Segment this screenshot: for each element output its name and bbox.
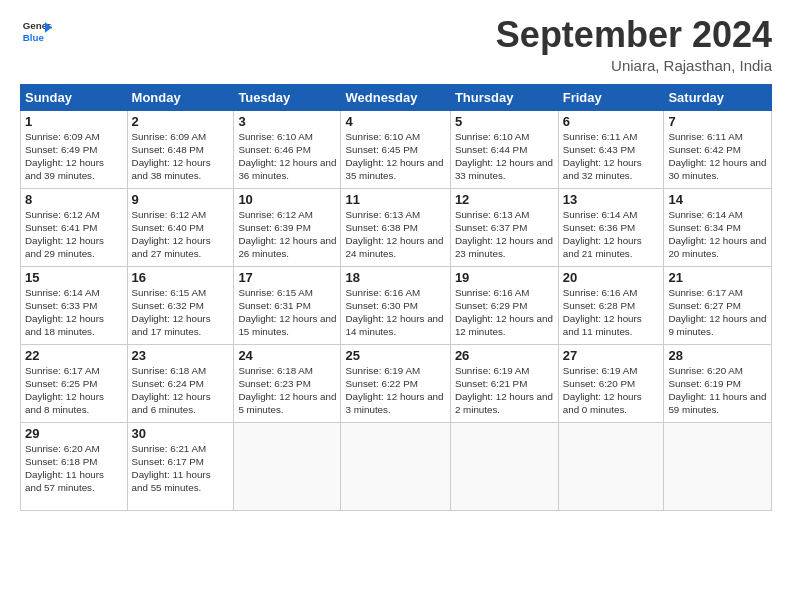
calendar-cell: 12 Sunrise: 6:13 AM Sunset: 6:37 PM Dayl… [450,188,558,266]
day-number: 10 [238,192,336,207]
calendar-cell: 1 Sunrise: 6:09 AM Sunset: 6:49 PM Dayli… [21,110,128,188]
day-info: Sunrise: 6:18 AM Sunset: 6:24 PM Dayligh… [132,364,230,417]
calendar-cell: 3 Sunrise: 6:10 AM Sunset: 6:46 PM Dayli… [234,110,341,188]
calendar-cell [664,422,772,510]
day-number: 9 [132,192,230,207]
calendar-cell: 24 Sunrise: 6:18 AM Sunset: 6:23 PM Dayl… [234,344,341,422]
day-number: 6 [563,114,660,129]
calendar-cell: 8 Sunrise: 6:12 AM Sunset: 6:41 PM Dayli… [21,188,128,266]
day-info: Sunrise: 6:19 AM Sunset: 6:21 PM Dayligh… [455,364,554,417]
day-info: Sunrise: 6:15 AM Sunset: 6:31 PM Dayligh… [238,286,336,339]
calendar-cell: 29 Sunrise: 6:20 AM Sunset: 6:18 PM Dayl… [21,422,128,510]
day-number: 24 [238,348,336,363]
calendar-cell: 25 Sunrise: 6:19 AM Sunset: 6:22 PM Dayl… [341,344,450,422]
calendar-cell: 10 Sunrise: 6:12 AM Sunset: 6:39 PM Dayl… [234,188,341,266]
calendar-cell: 28 Sunrise: 6:20 AM Sunset: 6:19 PM Dayl… [664,344,772,422]
day-info: Sunrise: 6:09 AM Sunset: 6:49 PM Dayligh… [25,130,123,183]
day-info: Sunrise: 6:15 AM Sunset: 6:32 PM Dayligh… [132,286,230,339]
calendar-cell: 20 Sunrise: 6:16 AM Sunset: 6:28 PM Dayl… [558,266,664,344]
day-info: Sunrise: 6:12 AM Sunset: 6:40 PM Dayligh… [132,208,230,261]
calendar-cell [558,422,664,510]
col-header-wednesday: Wednesday [341,84,450,110]
day-number: 15 [25,270,123,285]
calendar-cell: 27 Sunrise: 6:19 AM Sunset: 6:20 PM Dayl… [558,344,664,422]
calendar-cell: 14 Sunrise: 6:14 AM Sunset: 6:34 PM Dayl… [664,188,772,266]
day-number: 20 [563,270,660,285]
day-info: Sunrise: 6:10 AM Sunset: 6:45 PM Dayligh… [345,130,445,183]
calendar-cell: 26 Sunrise: 6:19 AM Sunset: 6:21 PM Dayl… [450,344,558,422]
day-number: 18 [345,270,445,285]
calendar-cell: 13 Sunrise: 6:14 AM Sunset: 6:36 PM Dayl… [558,188,664,266]
calendar-cell: 19 Sunrise: 6:16 AM Sunset: 6:29 PM Dayl… [450,266,558,344]
day-number: 12 [455,192,554,207]
day-info: Sunrise: 6:16 AM Sunset: 6:30 PM Dayligh… [345,286,445,339]
calendar-cell: 18 Sunrise: 6:16 AM Sunset: 6:30 PM Dayl… [341,266,450,344]
day-info: Sunrise: 6:13 AM Sunset: 6:38 PM Dayligh… [345,208,445,261]
calendar-cell: 22 Sunrise: 6:17 AM Sunset: 6:25 PM Dayl… [21,344,128,422]
day-info: Sunrise: 6:10 AM Sunset: 6:46 PM Dayligh… [238,130,336,183]
day-number: 28 [668,348,767,363]
location-subtitle: Uniara, Rajasthan, India [496,57,772,74]
day-number: 19 [455,270,554,285]
day-info: Sunrise: 6:10 AM Sunset: 6:44 PM Dayligh… [455,130,554,183]
col-header-friday: Friday [558,84,664,110]
day-info: Sunrise: 6:20 AM Sunset: 6:19 PM Dayligh… [668,364,767,417]
day-number: 17 [238,270,336,285]
calendar-cell: 16 Sunrise: 6:15 AM Sunset: 6:32 PM Dayl… [127,266,234,344]
logo: General Blue [20,15,52,47]
title-block: September 2024 Uniara, Rajasthan, India [496,15,772,74]
calendar-cell: 30 Sunrise: 6:21 AM Sunset: 6:17 PM Dayl… [127,422,234,510]
calendar-cell [234,422,341,510]
col-header-thursday: Thursday [450,84,558,110]
day-number: 3 [238,114,336,129]
day-number: 26 [455,348,554,363]
day-number: 2 [132,114,230,129]
month-title: September 2024 [496,15,772,55]
day-info: Sunrise: 6:11 AM Sunset: 6:42 PM Dayligh… [668,130,767,183]
calendar-cell: 17 Sunrise: 6:15 AM Sunset: 6:31 PM Dayl… [234,266,341,344]
day-info: Sunrise: 6:11 AM Sunset: 6:43 PM Dayligh… [563,130,660,183]
calendar-table: SundayMondayTuesdayWednesdayThursdayFrid… [20,84,772,511]
page-container: General Blue September 2024 Uniara, Raja… [0,0,792,521]
day-number: 22 [25,348,123,363]
calendar-cell: 2 Sunrise: 6:09 AM Sunset: 6:48 PM Dayli… [127,110,234,188]
svg-text:Blue: Blue [23,32,45,43]
day-number: 7 [668,114,767,129]
day-info: Sunrise: 6:14 AM Sunset: 6:33 PM Dayligh… [25,286,123,339]
day-number: 27 [563,348,660,363]
day-info: Sunrise: 6:17 AM Sunset: 6:25 PM Dayligh… [25,364,123,417]
calendar-cell [341,422,450,510]
calendar-cell: 7 Sunrise: 6:11 AM Sunset: 6:42 PM Dayli… [664,110,772,188]
day-info: Sunrise: 6:21 AM Sunset: 6:17 PM Dayligh… [132,442,230,495]
day-number: 29 [25,426,123,441]
day-number: 23 [132,348,230,363]
day-info: Sunrise: 6:14 AM Sunset: 6:36 PM Dayligh… [563,208,660,261]
day-info: Sunrise: 6:12 AM Sunset: 6:41 PM Dayligh… [25,208,123,261]
day-info: Sunrise: 6:16 AM Sunset: 6:28 PM Dayligh… [563,286,660,339]
day-number: 11 [345,192,445,207]
day-number: 8 [25,192,123,207]
day-info: Sunrise: 6:18 AM Sunset: 6:23 PM Dayligh… [238,364,336,417]
calendar-cell: 15 Sunrise: 6:14 AM Sunset: 6:33 PM Dayl… [21,266,128,344]
header: General Blue September 2024 Uniara, Raja… [20,15,772,74]
day-info: Sunrise: 6:19 AM Sunset: 6:20 PM Dayligh… [563,364,660,417]
calendar-cell: 21 Sunrise: 6:17 AM Sunset: 6:27 PM Dayl… [664,266,772,344]
col-header-saturday: Saturday [664,84,772,110]
day-number: 25 [345,348,445,363]
calendar-cell: 5 Sunrise: 6:10 AM Sunset: 6:44 PM Dayli… [450,110,558,188]
day-info: Sunrise: 6:17 AM Sunset: 6:27 PM Dayligh… [668,286,767,339]
day-number: 16 [132,270,230,285]
day-number: 14 [668,192,767,207]
day-number: 5 [455,114,554,129]
day-info: Sunrise: 6:19 AM Sunset: 6:22 PM Dayligh… [345,364,445,417]
day-info: Sunrise: 6:09 AM Sunset: 6:48 PM Dayligh… [132,130,230,183]
day-info: Sunrise: 6:14 AM Sunset: 6:34 PM Dayligh… [668,208,767,261]
calendar-cell: 6 Sunrise: 6:11 AM Sunset: 6:43 PM Dayli… [558,110,664,188]
logo-icon: General Blue [20,15,52,47]
calendar-cell: 23 Sunrise: 6:18 AM Sunset: 6:24 PM Dayl… [127,344,234,422]
day-number: 4 [345,114,445,129]
calendar-cell: 11 Sunrise: 6:13 AM Sunset: 6:38 PM Dayl… [341,188,450,266]
col-header-monday: Monday [127,84,234,110]
day-number: 30 [132,426,230,441]
day-info: Sunrise: 6:16 AM Sunset: 6:29 PM Dayligh… [455,286,554,339]
